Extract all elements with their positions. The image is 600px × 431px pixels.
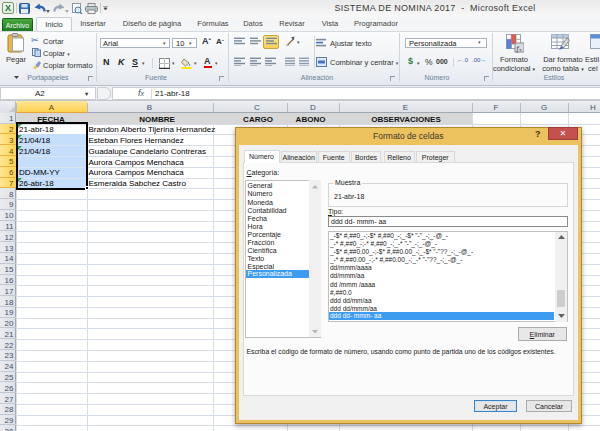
svg-text:ƒₓ: ƒₓ: [516, 45, 523, 53]
